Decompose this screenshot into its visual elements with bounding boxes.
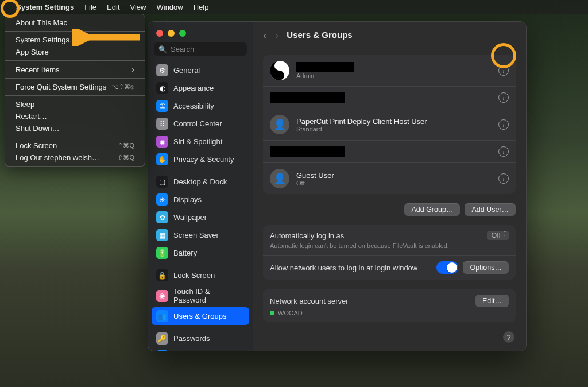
account-server-edit-button[interactable]: Edit… [475, 295, 509, 307]
fullscreen-button[interactable] [179, 30, 186, 37]
user-avatar [270, 61, 289, 80]
user-name: PaperCut Print Deploy Client Host User [296, 117, 427, 126]
user-info-button[interactable]: i [498, 146, 509, 157]
search-input[interactable]: 🔍 Search [154, 42, 247, 56]
sidebar-item-control-center[interactable]: ⠿ Control Center [152, 115, 249, 133]
sidebar-item-label: Appearance [173, 84, 214, 92]
menu-recent-items[interactable]: Recent Items [5, 63, 145, 76]
sidebar-item-label: Desktop & Dock [173, 177, 227, 186]
help-button[interactable]: ? [503, 331, 514, 343]
user-row: 👤 PaperCut Print Deploy Client Host User… [263, 109, 516, 140]
auto-login-popup[interactable]: Off ˄˅ [487, 231, 509, 240]
menu-restart[interactable]: Restart… [5, 110, 145, 122]
menu-app-name[interactable]: System Settings [16, 3, 74, 11]
menu-log-out[interactable]: Log Out stephen welsh…⇧⌘Q [5, 152, 145, 164]
sidebar-icon: ➀ [156, 100, 168, 112]
add-user-button[interactable]: Add User… [465, 203, 516, 216]
forward-button[interactable]: › [275, 29, 279, 41]
network-login-label: Allow network users to log in at login w… [270, 264, 417, 272]
sidebar-icon: ▢ [156, 176, 168, 188]
sidebar-item-general[interactable]: ⚙ General [152, 61, 249, 79]
user-role: Admin [296, 72, 354, 79]
sidebar-item-touch-id-password[interactable]: ◉ Touch ID & Password [152, 284, 249, 307]
sidebar-item-label: Accessibility [173, 102, 214, 110]
network-login-options-button[interactable]: Options… [463, 261, 509, 274]
sidebar-item-label: Lock Screen [173, 271, 215, 280]
apple-menu-dropdown: About This Mac System Settings… App Stor… [5, 14, 145, 167]
sidebar-item-label: Users & Groups [173, 312, 226, 320]
sidebar-icon: ✿ [156, 211, 168, 223]
auto-login-panel: Automatically log in as Off ˄˅ Automatic… [263, 225, 516, 280]
sidebar-item-siri-spotlight[interactable]: ◉ Siri & Spotlight [152, 133, 249, 150]
sidebar-icon: ◉ [156, 136, 168, 148]
account-server-row: Network account server Edit… WOOAD [263, 289, 516, 322]
network-login-row: Allow network users to log in at login w… [263, 255, 516, 280]
sidebar-item-passwords[interactable]: 🔑 Passwords [152, 330, 249, 347]
auto-login-row: Automatically log in as Off ˄˅ Automatic… [263, 225, 516, 255]
user-role: Standard [296, 126, 427, 133]
sidebar-icon: ◉ [156, 290, 168, 302]
sidebar-item-wallpaper[interactable]: ✿ Wallpaper [152, 208, 249, 226]
settings-sidebar: 🔍 Search ⚙ General ◐ Appearance ➀ Access… [148, 22, 253, 351]
auto-login-label: Automatically log in as [270, 231, 344, 240]
users-panel: Admin i i 👤 PaperCut Print Deploy Client… [263, 55, 516, 194]
sidebar-item-users-groups[interactable]: 👥 Users & Groups [152, 307, 249, 325]
menu-about-this-mac[interactable]: About This Mac [5, 17, 145, 29]
sidebar-item-privacy-security[interactable]: ✋ Privacy & Security [152, 150, 249, 168]
search-placeholder: Search [171, 45, 194, 53]
sidebar-item-label: Battery [173, 249, 197, 257]
sidebar-icon: 👥 [156, 310, 168, 322]
menu-system-settings[interactable]: System Settings… [5, 34, 145, 46]
menu-window[interactable]: Window [156, 3, 183, 11]
redacted-username [296, 62, 354, 72]
user-row: Admin i [263, 55, 516, 86]
menu-file[interactable]: File [84, 3, 96, 11]
menu-sleep[interactable]: Sleep [5, 98, 145, 110]
sidebar-item-desktop-dock[interactable]: ▢ Desktop & Dock [152, 173, 249, 191]
user-avatar: 👤 [270, 115, 289, 134]
minimize-button[interactable] [168, 30, 175, 37]
menu-help[interactable]: Help [194, 3, 209, 11]
sidebar-item-lock-screen[interactable]: 🔒 Lock Screen [152, 266, 249, 284]
user-info-button[interactable]: i [498, 173, 509, 184]
sidebar-item-accessibility[interactable]: ➀ Accessibility [152, 97, 249, 115]
add-group-button[interactable]: Add Group… [404, 203, 460, 216]
sidebar-icon: ▦ [156, 229, 168, 241]
sidebar-item-label: Passwords [173, 334, 210, 343]
user-row: 👤 Guest UserOff i [263, 162, 516, 194]
sidebar-item-displays[interactable]: ☀ Displays [152, 191, 249, 208]
server-status-dot [270, 311, 274, 315]
back-button[interactable]: ‹ [263, 29, 267, 41]
menu-shut-down[interactable]: Shut Down… [5, 122, 145, 134]
menu-edit[interactable]: Edit [107, 3, 119, 11]
user-info-button[interactable]: i [498, 92, 509, 103]
account-server-value: WOOAD [278, 309, 303, 316]
menu-lock-screen[interactable]: Lock Screen⌃⌘Q [5, 140, 145, 152]
sidebar-icon: ☀ [156, 194, 168, 206]
user-name: Guest User [296, 171, 334, 180]
sidebar-item-label: General [173, 66, 200, 75]
sidebar-item-screen-saver[interactable]: ▦ Screen Saver [152, 226, 249, 244]
menu-view[interactable]: View [130, 3, 146, 11]
user-info-button[interactable]: i [498, 119, 509, 130]
user-info-button[interactable]: i [498, 65, 509, 76]
sidebar-item-internet-accounts[interactable]: @ Internet Accounts [152, 347, 249, 351]
menu-app-store[interactable]: App Store [5, 46, 145, 58]
redacted-username [270, 92, 345, 103]
account-server-panel: Network account server Edit… WOOAD [263, 289, 516, 322]
sidebar-icon: 🔋 [156, 247, 168, 259]
user-row: i [263, 140, 516, 162]
close-button[interactable] [156, 30, 163, 37]
sidebar-icon: @ [156, 350, 168, 351]
sidebar-item-appearance[interactable]: ◐ Appearance [152, 79, 249, 97]
sidebar-item-label: Screen Saver [173, 231, 219, 239]
sidebar-item-label: Touch ID & Password [173, 287, 245, 304]
sidebar-icon: ✋ [156, 153, 168, 165]
sidebar-icon: ⠿ [156, 118, 168, 130]
sidebar-item-battery[interactable]: 🔋 Battery [152, 244, 249, 262]
sidebar-icon: 🔒 [156, 269, 168, 281]
network-login-toggle[interactable] [436, 261, 458, 274]
menu-force-quit[interactable]: Force Quit System Settings⌥⇧⌘⎋ [5, 81, 145, 93]
settings-content: ‹ › Users & Groups Admin i i 👤 PaperCut … [253, 22, 526, 351]
page-title: Users & Groups [287, 30, 352, 40]
